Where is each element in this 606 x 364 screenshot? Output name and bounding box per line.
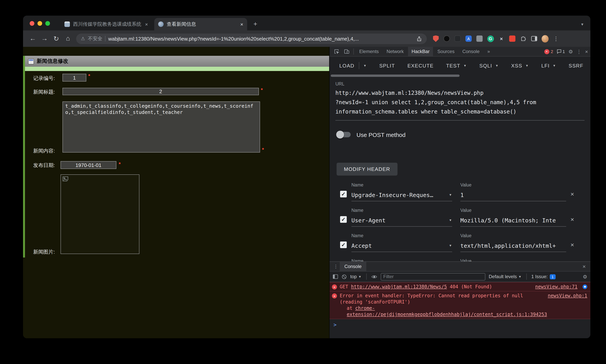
publish-date-input[interactable]: 1970-01-01 — [61, 161, 116, 169]
source-location-link[interactable]: newsView.php:71 — [535, 284, 578, 290]
devtools-close-icon[interactable]: × — [585, 49, 588, 54]
header-checkbox[interactable]: ✓ — [340, 216, 347, 223]
header-value-field[interactable]: text/html,application/xhtml+ — [460, 240, 566, 252]
tab-close-icon[interactable]: × — [240, 21, 243, 27]
record-id-input[interactable]: 1 — [63, 74, 86, 81]
log-levels-selector[interactable]: Default levels▼ — [489, 274, 522, 279]
device-toolbar-icon[interactable] — [342, 47, 351, 56]
minimize-window-button[interactable] — [38, 21, 42, 26]
tab-grade-system[interactable]: 西川传媒学院教务选课成绩系统 × — [61, 18, 152, 30]
remove-header-icon[interactable]: × — [570, 242, 574, 248]
hackbar-test-menu[interactable]: TEST▼ — [446, 63, 467, 68]
modify-header-button[interactable]: MODIFY HEADER — [337, 163, 397, 176]
side-panel-icon[interactable] — [531, 35, 538, 42]
hackbar-ssrf-menu[interactable]: SSRF — [568, 63, 583, 68]
devtools-menu-icon[interactable]: ⋮ — [577, 49, 582, 54]
broken-image-icon — [63, 176, 68, 182]
issue-indicator-icon[interactable]: ● — [583, 285, 587, 289]
extension-icon-red-square[interactable] — [509, 35, 516, 42]
message-count-badge[interactable]: 1 — [557, 49, 565, 54]
extension-icon-shield[interactable] — [432, 35, 439, 42]
scrollbar-thumb[interactable] — [331, 75, 459, 77]
home-button[interactable]: ⌂ — [62, 33, 74, 44]
forward-button[interactable]: → — [39, 33, 50, 44]
console-settings-icon[interactable]: ⚙ — [583, 274, 587, 280]
extension-icon-x[interactable]: × — [498, 35, 505, 42]
clear-console-icon[interactable] — [342, 274, 347, 279]
share-icon[interactable] — [416, 36, 422, 41]
header-checkbox[interactable]: ✓ — [340, 242, 347, 248]
post-method-toggle[interactable] — [337, 132, 351, 137]
tab-hackbar[interactable]: HackBar — [408, 47, 433, 56]
hackbar-xss-menu[interactable]: XSS▼ — [511, 63, 529, 68]
console-error-row: × Error in event handler: TypeError: Can… — [330, 291, 590, 319]
url-text[interactable]: wabjtam.ml:12380/News/newsView.php?newsI… — [108, 36, 414, 41]
error-icon: × — [332, 285, 337, 289]
chevron-down-icon[interactable]: ▼ — [363, 64, 367, 67]
stack-frame-link[interactable]: chrome-extension://pejdijmoenmkgeppbflob… — [347, 305, 547, 317]
extension-icon-gray[interactable] — [476, 35, 483, 42]
header-name-field[interactable]: Upgrade-Insecure-Reques…▼ — [351, 189, 452, 201]
source-location-link[interactable]: newsView.php:1 — [548, 293, 587, 318]
hackbar-load-button[interactable]: LOAD ▼ — [339, 62, 367, 69]
url-field[interactable]: http://www.wabjtam.ml:12380/News/newsVie… — [336, 88, 585, 120]
address-bar[interactable]: ⚠ 不安全 wabjtam.ml:12380/News/newsView.php… — [76, 33, 427, 44]
extension-icon-grammarly[interactable]: G — [487, 35, 494, 42]
devtools-settings-icon[interactable]: ⚙ — [568, 49, 573, 54]
console-filter-input[interactable] — [380, 273, 485, 280]
chevron-down-icon[interactable]: ▼ — [449, 244, 451, 247]
hackbar-split-button[interactable]: SPLIT — [379, 63, 395, 68]
header-value-field[interactable]: Mozilla/5.0 (Macintosh; Inte — [460, 214, 566, 227]
tab-search-chevron-icon[interactable]: ▾ — [581, 22, 583, 27]
header-name-field[interactable]: User-Agent▼ — [351, 214, 452, 227]
tab-news-view[interactable]: 查看新闻信息 × — [154, 18, 247, 30]
tab-sources[interactable]: Sources — [434, 47, 458, 56]
close-window-button[interactable] — [30, 21, 34, 26]
hackbar-sqli-menu[interactable]: SQLI▼ — [479, 63, 499, 68]
close-drawer-icon[interactable]: × — [583, 263, 588, 270]
name-label: Name — [351, 259, 363, 261]
tab-elements[interactable]: Elements — [356, 47, 382, 56]
hackbar-lfi-menu[interactable]: LFI▼ — [541, 63, 556, 68]
chevron-down-icon[interactable]: ▼ — [449, 193, 451, 197]
security-label[interactable]: 不安全 — [88, 35, 103, 42]
back-button[interactable]: ← — [27, 33, 39, 44]
error-icon: × — [544, 49, 549, 54]
header-value-field[interactable]: 1 — [460, 189, 566, 201]
tab-favicon — [158, 21, 164, 27]
context-selector[interactable]: top▼ — [350, 274, 361, 279]
hackbar-execute-button[interactable]: EXECUTE — [407, 63, 434, 68]
extension-icon-translate[interactable]: A — [465, 35, 472, 42]
console-prompt[interactable]: > — [330, 319, 590, 328]
horizontal-scrollbar[interactable] — [330, 75, 590, 77]
header-checkbox[interactable]: ✓ — [340, 191, 347, 197]
chevron-down-icon[interactable]: ▼ — [449, 219, 451, 222]
tab-network[interactable]: Network — [383, 47, 407, 56]
profile-avatar[interactable] — [542, 35, 549, 42]
value-label: Value — [460, 208, 471, 213]
tab-console[interactable]: Console — [459, 47, 483, 56]
remove-header-icon[interactable]: × — [570, 216, 574, 223]
console-sidebar-icon[interactable] — [333, 274, 338, 279]
more-tabs-icon[interactable]: » — [484, 47, 493, 56]
news-content-textarea[interactable]: t_admin,t_classinfo,t_collegeinfo,t_cour… — [63, 102, 260, 153]
drawer-menu-icon[interactable]: ⋮ — [332, 264, 340, 269]
extension-icon-dark-square[interactable] — [454, 35, 461, 42]
remove-header-icon[interactable]: × — [570, 191, 574, 198]
new-tab-button[interactable]: + — [250, 19, 260, 29]
browser-menu-icon[interactable]: ⋮ — [552, 35, 560, 42]
console-drawer-tab[interactable]: Console — [340, 262, 366, 271]
eye-icon[interactable] — [371, 274, 377, 279]
request-url-link[interactable]: http://www.wabjtam.ml:12380/News/5 — [351, 284, 447, 289]
header-name-field[interactable]: Accept▼ — [351, 240, 452, 252]
error-count-badge[interactable]: × 2 — [544, 49, 553, 54]
extension-icon-dark-circle[interactable] — [443, 35, 450, 42]
tab-close-icon[interactable]: × — [145, 21, 148, 27]
reload-button[interactable]: ↻ — [50, 33, 62, 44]
issues-counter[interactable]: 1 Issue: 1 — [531, 274, 555, 279]
extensions-puzzle-icon[interactable] — [520, 35, 527, 42]
maximize-window-button[interactable] — [45, 21, 50, 26]
inspect-element-icon[interactable] — [332, 47, 341, 56]
console-messages: × GET http://www.wabjtam.ml:12380/News/5… — [330, 282, 590, 338]
news-title-input[interactable]: 2 — [63, 88, 259, 95]
